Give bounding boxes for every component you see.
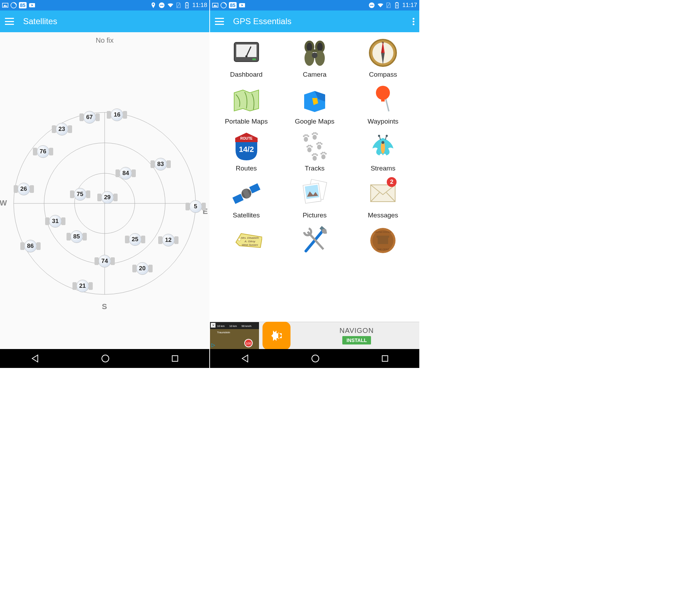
satellite-marker: 67 [79, 111, 100, 124]
tile-google-maps[interactable]: Google Maps [280, 82, 349, 127]
app-title: GPS Essentials [233, 16, 292, 26]
svg-text:N: N [382, 41, 384, 44]
ad-install-button[interactable]: INSTALL [342, 336, 371, 344]
tile-tag[interactable]: Mrs. ElisabethA. GilroyWest Sussex [212, 223, 280, 258]
nav-bar [0, 349, 209, 368]
svg-text:West Sussex: West Sussex [241, 243, 258, 246]
svg-point-74 [319, 142, 321, 144]
svg-point-38 [307, 43, 312, 51]
cardinal-west: W [0, 198, 7, 208]
home-button[interactable] [310, 354, 320, 363]
main-menu-content: DashboardCameraNCompassPortable MapsGoog… [210, 32, 419, 349]
tile-label: Portable Maps [225, 118, 268, 125]
pictures-icon [299, 178, 330, 209]
ad-close-icon[interactable]: ✕ [211, 323, 216, 328]
satellite-marker: 26 [14, 183, 34, 195]
overview-button[interactable] [381, 354, 389, 363]
tile-label: Messages [368, 211, 398, 219]
tile-streams[interactable]: Streams [349, 129, 417, 174]
tile-label: Satellites [233, 211, 260, 219]
svg-rect-110 [378, 237, 388, 244]
svg-rect-127 [382, 356, 388, 361]
tile-messages[interactable]: 2Messages [349, 176, 417, 221]
svg-point-58 [304, 134, 306, 136]
svg-point-85 [325, 153, 327, 155]
svg-point-78 [313, 153, 315, 155]
tile-portable-maps[interactable]: Portable Maps [212, 82, 280, 127]
svg-point-43 [312, 53, 317, 58]
ad-info-icon[interactable]: ▷ [211, 342, 215, 348]
svg-rect-111 [377, 236, 389, 238]
tile-coin[interactable]: UNITED STATESONE CENT [349, 223, 417, 258]
tile-tools[interactable] [280, 223, 349, 258]
svg-marker-11 [186, 4, 188, 7]
app-bar: Satellites [0, 11, 209, 32]
back-button[interactable] [240, 354, 250, 363]
satellite-marker: 12 [158, 234, 178, 246]
svg-point-82 [320, 153, 322, 155]
coin-icon: UNITED STATESONE CENT [367, 225, 399, 256]
tools-icon [299, 225, 330, 256]
tile-satellites[interactable]: Satellites [212, 176, 280, 221]
battery-level-badge: 85 [229, 2, 237, 8]
svg-text:98 km/h: 98 km/h [241, 325, 251, 328]
svg-point-75 [321, 143, 322, 145]
app-bar: GPS Essentials [210, 11, 419, 32]
overflow-menu-icon[interactable] [413, 18, 414, 25]
tile-pictures[interactable]: Pictures [280, 176, 349, 221]
svg-rect-10 [186, 2, 188, 3]
svg-point-18 [102, 355, 109, 362]
svg-rect-26 [370, 5, 373, 6]
phone-left-satellites: 85 11:18 Satellites No fix W E [0, 0, 210, 368]
location-icon [150, 2, 156, 8]
status-bar: 85 11:17 [210, 0, 419, 11]
svg-text:100: 100 [246, 342, 251, 345]
svg-rect-98 [305, 185, 320, 199]
ad-banner[interactable]: ✕ ▷ 10010 km10 km98 km/hTraunstein NAVIG… [210, 322, 419, 349]
dashboard-icon [231, 37, 262, 69]
battery-charging-icon [184, 2, 190, 8]
status-bar: 85 11:18 [0, 0, 209, 11]
svg-point-63 [313, 132, 315, 134]
tile-camera[interactable]: Camera [280, 35, 349, 81]
overview-button[interactable] [171, 354, 179, 363]
ad-app-icon [262, 322, 290, 349]
wifi-icon [377, 2, 383, 8]
tile-waypoints[interactable]: Waypoints [349, 82, 417, 127]
svg-rect-7 [160, 5, 163, 6]
status-time: 11:17 [402, 2, 417, 9]
tile-dashboard[interactable]: Dashboard [212, 35, 280, 81]
svg-point-62 [312, 133, 313, 135]
svg-point-80 [316, 154, 318, 156]
status-time: 11:18 [192, 2, 207, 9]
svg-point-79 [315, 153, 316, 155]
satellite-marker: 31 [45, 215, 65, 228]
back-button[interactable] [30, 354, 40, 363]
svg-text:10 km: 10 km [229, 325, 237, 328]
svg-point-84 [323, 152, 325, 154]
satellite-marker: 5 [186, 200, 206, 213]
dnd-icon [369, 2, 375, 8]
tile-routes[interactable]: ROUTE14/2Routes [212, 129, 280, 174]
satellites-icon [231, 178, 262, 209]
home-button[interactable] [100, 354, 110, 363]
satellite-marker: 20 [132, 262, 153, 275]
tile-compass[interactable]: NCompass [349, 35, 417, 81]
svg-point-73 [317, 142, 319, 144]
svg-rect-53 [381, 99, 385, 102]
satellite-marker: 74 [94, 255, 115, 267]
tile-label: Camera [303, 71, 327, 78]
tile-label: Compass [369, 71, 397, 78]
image-icon [2, 2, 8, 8]
tile-tracks[interactable]: Tracks [280, 129, 349, 174]
fix-status-label: No fix [0, 32, 209, 44]
menu-icon[interactable] [215, 18, 224, 25]
svg-point-5 [153, 4, 154, 5]
svg-point-57 [303, 135, 304, 137]
menu-icon[interactable] [5, 18, 14, 25]
satellite-marker: 86 [20, 240, 41, 252]
svg-point-41 [304, 50, 314, 66]
svg-rect-35 [252, 58, 256, 60]
svg-point-77 [312, 154, 313, 156]
svg-point-60 [307, 135, 309, 137]
